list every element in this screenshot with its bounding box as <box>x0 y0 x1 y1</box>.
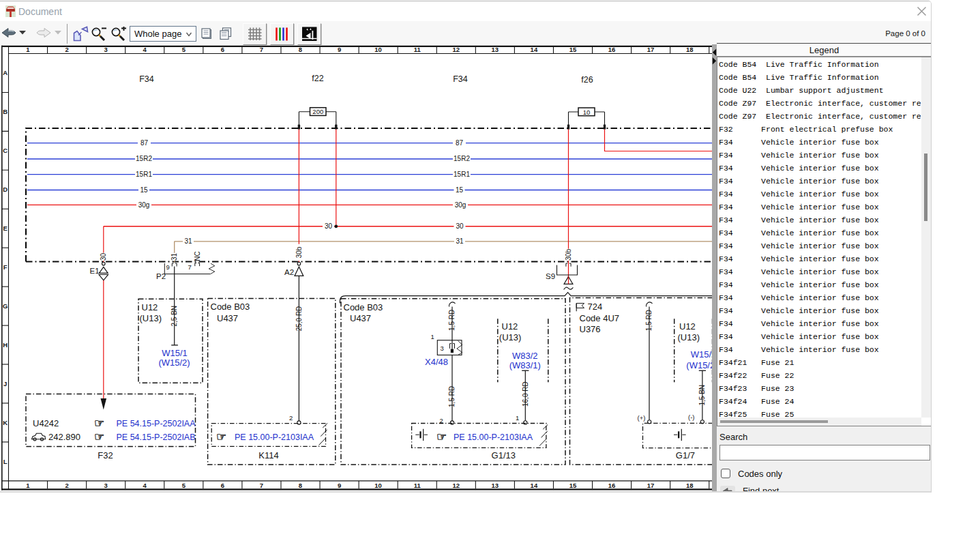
back-button[interactable] <box>1 27 16 38</box>
ruler-column-number: 16 <box>608 46 616 53</box>
zoom-in-icon[interactable] <box>110 27 128 41</box>
ruler-row-letter: K <box>3 419 8 426</box>
part-label: (U13) <box>678 332 700 342</box>
svg-text:30b: 30b <box>295 246 303 258</box>
legend-row[interactable]: F34 Vehicle interior fuse box <box>719 162 921 175</box>
color-layers-toggle-button[interactable] <box>270 23 294 45</box>
zoom-out-icon[interactable] <box>91 27 108 41</box>
code-label: U4242 <box>33 418 59 428</box>
part-label: (U13) <box>499 332 522 342</box>
single-page-view-button[interactable] <box>201 28 213 40</box>
part-label: K114 <box>258 450 278 460</box>
app-window: Document <box>0 1 932 493</box>
pin-number: 9 <box>166 263 170 271</box>
document-link: PE 15.00-P-2103IAA <box>235 433 314 442</box>
find-next-button[interactable]: Find next <box>720 486 779 493</box>
legend-horizontal-scrollbar[interactable] <box>717 418 921 426</box>
legend-vertical-scrollbar[interactable] <box>921 57 931 418</box>
ruler-row-letter: C <box>3 147 8 154</box>
collapse-panel-icon[interactable] <box>713 49 716 57</box>
forward-history-dropdown-icon[interactable] <box>54 30 62 35</box>
codes-only-label: Codes only <box>738 469 782 479</box>
legend-row[interactable]: F34 Vehicle interior fuse box <box>719 330 921 343</box>
svg-text:15R1: 15R1 <box>136 171 152 178</box>
legend-row[interactable]: F34 Vehicle interior fuse box <box>719 291 921 304</box>
ruler-column-number: 1 <box>26 482 30 489</box>
ruler-column-number: 4 <box>143 482 147 489</box>
close-icon[interactable] <box>917 6 927 16</box>
legend-row[interactable]: F34 Vehicle interior fuse box <box>719 304 921 317</box>
connector-s9: S9 <box>546 263 578 290</box>
legend-row[interactable]: F34f23 Fuse 23 <box>719 382 921 395</box>
zoom-level-value: Whole page <box>134 29 181 39</box>
ruler-column-number: 18 <box>686 46 694 53</box>
ruler-row-letter: H <box>3 341 8 349</box>
legend-row[interactable]: F34 Vehicle interior fuse box <box>719 265 921 278</box>
legend-row[interactable]: F34f22 Fuse 22 <box>719 369 921 382</box>
search-input[interactable] <box>719 445 930 460</box>
expand-panel-icon[interactable] <box>713 57 716 65</box>
legend-row[interactable]: F34f24 Fuse 24 <box>719 395 921 408</box>
legend-row[interactable]: Code B54 Live Traffic Information <box>719 58 921 71</box>
legend-row[interactable]: F34 Vehicle interior fuse box <box>719 136 921 149</box>
legend-row[interactable]: F34 Vehicle interior fuse box <box>719 252 921 265</box>
code-label: Code B03 <box>211 302 250 312</box>
legend-row[interactable]: F34 Vehicle interior fuse box <box>719 343 921 356</box>
vertical-scroll-thumb[interactable] <box>924 153 927 221</box>
ruler-column-number: 3 <box>104 46 107 53</box>
legend-header: Legend <box>717 43 932 57</box>
zoom-to-selection-icon[interactable] <box>73 26 89 42</box>
legend-row[interactable]: F34 Vehicle interior fuse box <box>719 201 921 214</box>
diagram-canvas[interactable]: .k { stroke:#141414; fill:none; } .w1 { … <box>0 45 712 492</box>
ruler-column-number: 2 <box>65 482 68 489</box>
ruler-column-number: 8 <box>299 46 302 53</box>
multi-page-view-button[interactable] <box>218 27 233 40</box>
fuse-label: f22 <box>312 74 323 83</box>
pin-number: (+) <box>638 414 646 422</box>
legend-row[interactable]: F34 Vehicle interior fuse box <box>719 278 921 291</box>
part-label: G1/7 <box>676 450 695 460</box>
grid-icon <box>243 24 266 44</box>
horizontal-scroll-thumb[interactable] <box>720 420 828 423</box>
pointing-hand-icon: ☞ <box>216 430 226 443</box>
ruler-column-number: 6 <box>221 482 224 489</box>
svg-text:30b: 30b <box>565 249 572 261</box>
legend-row[interactable]: Code Z97 Electronic interface, customer … <box>719 110 921 123</box>
legend-row[interactable]: F34 Vehicle interior fuse box <box>719 188 921 201</box>
codes-only-checkbox[interactable] <box>721 469 730 478</box>
part-label: U12 <box>502 321 518 332</box>
fuse-f22-symbol: 200 <box>298 108 338 130</box>
app-car-icon <box>5 5 16 17</box>
legend-row[interactable]: F34 Vehicle interior fuse box <box>719 149 921 162</box>
grid-toggle-button[interactable] <box>243 23 267 45</box>
title-bar: Document <box>0 1 931 21</box>
legend-row[interactable]: F34 Vehicle interior fuse box <box>719 214 921 226</box>
legend-row[interactable]: F34 Vehicle interior fuse box <box>719 175 921 188</box>
legend-row[interactable]: Code U22 Lumbar support adjustment <box>719 84 921 97</box>
pointing-hand-icon: ☞ <box>436 430 447 443</box>
panel-splitter[interactable] <box>712 44 717 493</box>
legend-row[interactable]: Code B54 Live Traffic Information <box>719 71 921 84</box>
legend-row[interactable]: F34 Vehicle interior fuse box <box>719 317 921 330</box>
legend-list[interactable]: Code B54 Live Traffic InformationCode B5… <box>717 57 932 426</box>
back-history-dropdown-icon[interactable] <box>18 30 27 35</box>
svg-text:31: 31 <box>456 237 464 245</box>
legend-row[interactable]: F34f21 Fuse 21 <box>719 356 921 369</box>
ruler-column-number: 11 <box>414 46 421 53</box>
fuse-label: f26 <box>581 75 593 85</box>
forward-button[interactable] <box>36 27 51 38</box>
legend-row[interactable]: Code Z97 Electronic interface, customer … <box>719 97 921 110</box>
part-label: (U13) <box>140 313 162 323</box>
page-indicator: Page 0 of 0 <box>885 29 925 38</box>
zoom-level-select[interactable]: Whole page <box>130 26 196 42</box>
ruler-row-letter: F <box>3 263 8 271</box>
invert-view-toggle-button[interactable] <box>297 23 321 45</box>
svg-text:15R2: 15R2 <box>136 155 152 162</box>
part-label: A2 <box>284 268 294 276</box>
code-label: Code B03 <box>344 302 383 312</box>
legend-row[interactable]: F34 Vehicle interior fuse box <box>719 226 921 239</box>
legend-row[interactable]: F34 Vehicle interior fuse box <box>719 239 921 252</box>
component-ref: X4/48 <box>425 357 448 367</box>
legend-row[interactable]: F32 Front electrical prefuse box <box>719 123 921 136</box>
bus-line-labels: 87 15R2 15R1 15 30g 30 31 87 15R2 15R1 1… <box>135 139 471 245</box>
